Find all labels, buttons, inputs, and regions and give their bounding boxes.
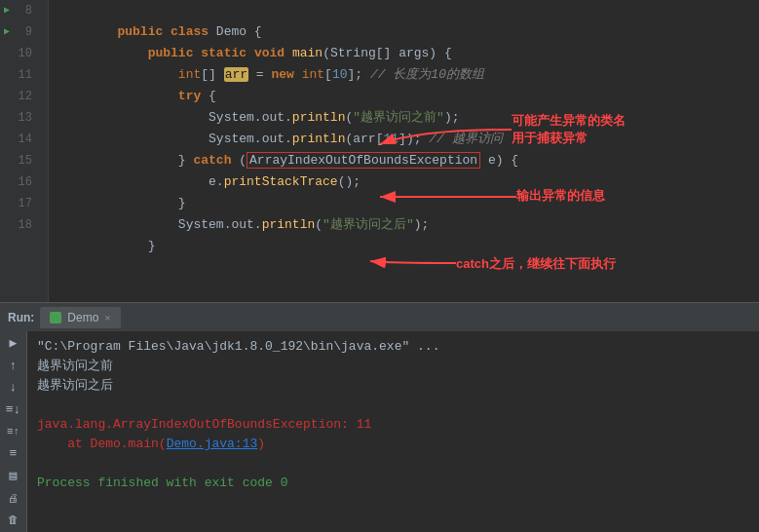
scroll-up-button[interactable]: ↑ (4, 358, 23, 374)
line-8: 8 (0, 0, 40, 21)
scroll-down-button[interactable]: ↓ (4, 379, 23, 396)
code-line-16: } (57, 171, 751, 193)
console-line-blank-1 (37, 396, 749, 415)
code-line-12: System.out.println("越界访问之前"); (57, 86, 751, 107)
run-button[interactable]: ▶ (4, 335, 23, 352)
sort-asc-button[interactable]: ≡↓ (4, 401, 23, 418)
line-17: 17 (0, 193, 40, 214)
line-9: 9 (0, 21, 40, 43)
code-line-14: } catch (ArrayIndexOutOfBoundsException … (57, 129, 751, 150)
filter-button[interactable]: ≡ (4, 445, 23, 462)
line-15: 15 (0, 150, 40, 171)
code-line-8: public class Demo { (57, 0, 751, 21)
console-line-1: 越界访问之前 (37, 357, 749, 376)
line-14: 14 (0, 129, 40, 150)
code-line-13: System.out.println(arr[11]); // 越界访问 (57, 107, 751, 129)
code-line-18: } (57, 214, 751, 236)
sort-desc-button[interactable]: ≡↑ (4, 424, 23, 440)
line-18: 18 (0, 214, 40, 236)
line-numbers: 8 9 10 11 12 13 14 15 16 (0, 0, 49, 302)
console-line-2: 越界访问之后 (37, 376, 749, 396)
code-line-9: public static void main(String[] args) { (57, 21, 751, 43)
line-12: 12 (0, 86, 40, 107)
line-13: 13 (0, 107, 40, 129)
line-10: 10 (0, 43, 40, 64)
line-11: 11 (0, 64, 40, 86)
code-line-17: System.out.println("越界访问之后"); (57, 193, 751, 214)
console-line-at: at Demo.main(Demo.java:13) (37, 435, 749, 454)
run-tab-name: Demo (67, 311, 98, 324)
run-tab-icon (50, 312, 61, 323)
run-label: Run: (8, 311, 34, 324)
run-bar: Run: Demo × (0, 302, 759, 331)
code-line-10: int[] arr = new int[10]; // 长度为10的数组 (57, 43, 751, 64)
console-output: "C:\Program Files\Java\jdk1.8.0_192\bin\… (27, 331, 759, 532)
stack-trace-link[interactable]: Demo.java:13 (167, 437, 258, 451)
console-panel: ▶ ↑ ↓ ≡↓ ≡↑ ≡ ▤ 🖨 🗑 "C:\Program Files\Ja… (0, 331, 759, 532)
code-editor: 8 9 10 11 12 13 14 15 16 (0, 0, 759, 302)
code-line-11: try { (57, 64, 751, 86)
run-tab-close[interactable]: × (104, 312, 110, 323)
code-line-15: e.printStackTrace(); (57, 150, 751, 171)
code-content: public class Demo { public static void m… (49, 0, 759, 302)
console-line-path: "C:\Program Files\Java\jdk1.8.0_192\bin\… (37, 337, 749, 357)
console-line-exit: Process finished with exit code 0 (37, 474, 749, 493)
print-button[interactable]: 🖨 (4, 490, 23, 507)
clear-button[interactable]: 🗑 (4, 512, 23, 528)
line-16: 16 (0, 171, 40, 193)
console-line-blank-2 (37, 454, 749, 474)
console-line-exception: java.lang.ArrayIndexOutOfBoundsException… (37, 415, 749, 435)
output-button[interactable]: ▤ (4, 468, 23, 484)
console-sidebar: ▶ ↑ ↓ ≡↓ ≡↑ ≡ ▤ 🖨 🗑 (0, 331, 27, 532)
run-tab-demo[interactable]: Demo × (40, 307, 120, 328)
